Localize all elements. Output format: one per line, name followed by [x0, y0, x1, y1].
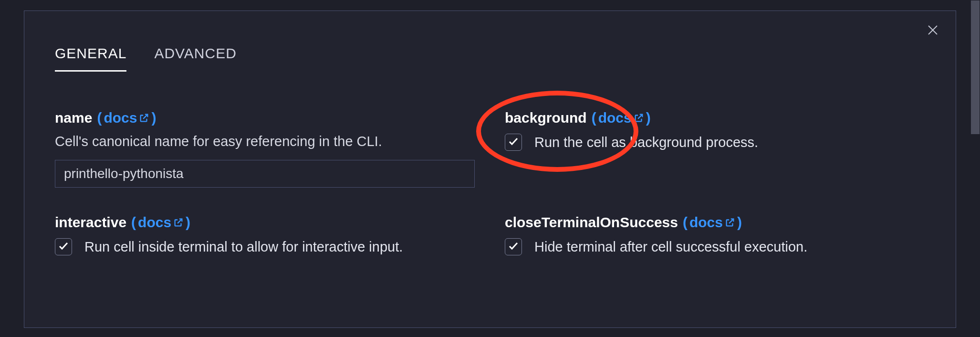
background-check-row: Run the cell as background process. — [505, 134, 932, 151]
field-interactive-label: interactive — [55, 214, 126, 231]
external-link-icon — [139, 113, 149, 123]
field-name: name (docs ) Cell's canonical name for e… — [55, 110, 482, 188]
field-interactive: interactive (docs ) Run cell inside term… — [55, 214, 482, 255]
background-checkbox-label: Run the cell as background process. — [534, 135, 758, 150]
external-link-icon — [173, 217, 184, 228]
scrollbar[interactable] — [971, 0, 980, 134]
docs-link-interactive[interactable]: (docs ) — [131, 214, 190, 231]
background-checkbox[interactable] — [505, 134, 522, 151]
field-interactive-title: interactive (docs ) — [55, 214, 482, 231]
paren-open: ( — [592, 110, 596, 126]
paren-close: ) — [737, 214, 742, 231]
close-terminal-check-row: Hide terminal after cell successful exec… — [505, 238, 932, 255]
field-background: background (docs ) Run the cell as backg… — [505, 110, 932, 188]
settings-panel: GENERAL ADVANCED name (docs ) Cell's can… — [24, 11, 956, 328]
check-icon — [508, 240, 519, 253]
close-button[interactable] — [926, 24, 939, 38]
name-input[interactable] — [55, 160, 475, 188]
tab-bar: GENERAL ADVANCED — [48, 25, 932, 72]
paren-close: ) — [186, 214, 190, 231]
settings-grid: name (docs ) Cell's canonical name for e… — [48, 72, 932, 255]
paren-open: ( — [97, 110, 102, 126]
field-close-terminal-title: closeTerminalOnSuccess (docs ) — [505, 214, 932, 231]
tab-advanced[interactable]: ADVANCED — [154, 45, 236, 72]
docs-link-background[interactable]: (docs ) — [592, 110, 651, 126]
paren-open: ( — [683, 214, 688, 231]
check-icon — [58, 240, 69, 253]
paren-open: ( — [131, 214, 136, 231]
tab-general[interactable]: GENERAL — [55, 45, 126, 72]
field-name-label: name — [55, 110, 92, 126]
field-background-label: background — [505, 110, 587, 126]
external-link-icon — [725, 217, 735, 228]
interactive-checkbox-label: Run cell inside terminal to allow for in… — [84, 239, 403, 255]
check-icon — [508, 136, 519, 149]
paren-close: ) — [151, 110, 156, 126]
interactive-check-row: Run cell inside terminal to allow for in… — [55, 238, 482, 255]
field-close-terminal-label: closeTerminalOnSuccess — [505, 214, 678, 231]
docs-text: docs — [104, 110, 137, 126]
close-terminal-checkbox-label: Hide terminal after cell successful exec… — [534, 239, 807, 255]
field-name-title: name (docs ) — [55, 110, 482, 126]
field-close-terminal: closeTerminalOnSuccess (docs ) Hide term… — [505, 214, 932, 255]
paren-close: ) — [646, 110, 651, 126]
external-link-icon — [634, 113, 644, 123]
field-background-title: background (docs ) — [505, 110, 932, 126]
docs-text: docs — [598, 110, 632, 126]
docs-text: docs — [138, 214, 171, 231]
close-terminal-checkbox[interactable] — [505, 238, 522, 255]
docs-link-close-terminal[interactable]: (docs ) — [683, 214, 742, 231]
close-icon — [927, 24, 938, 38]
field-name-description: Cell's canonical name for easy referenci… — [55, 134, 482, 149]
docs-text: docs — [689, 214, 723, 231]
annotation-ellipse — [476, 91, 638, 172]
docs-link-name[interactable]: (docs ) — [97, 110, 156, 126]
interactive-checkbox[interactable] — [55, 238, 72, 255]
